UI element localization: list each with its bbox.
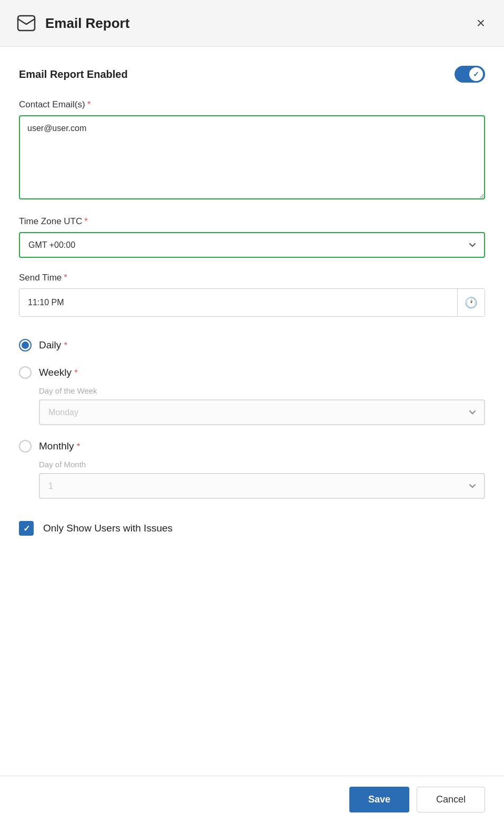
email-icon: [15, 12, 38, 35]
day-of-month-label: Day of Month: [39, 460, 485, 469]
monthly-radio[interactable]: [19, 440, 32, 453]
toggle-knob: ✓: [469, 67, 483, 81]
cancel-button[interactable]: Cancel: [417, 787, 485, 812]
modal-footer: Save Cancel: [0, 776, 504, 823]
only-show-issues-checkbox[interactable]: ✓: [19, 521, 34, 536]
daily-radio-item: Daily *: [19, 332, 485, 359]
enabled-label: Email Report Enabled: [19, 68, 128, 81]
day-of-month-select[interactable]: 1: [39, 473, 485, 499]
email-report-modal: Email Report × Email Report Enabled ✓ Co…: [0, 0, 504, 823]
daily-radio[interactable]: [19, 339, 32, 352]
monthly-radio-item: Monthly *: [19, 433, 485, 460]
required-star-weekly: *: [74, 368, 78, 378]
required-star-email: *: [87, 99, 91, 110]
required-star-timezone: *: [84, 216, 88, 227]
weekly-radio[interactable]: [19, 366, 32, 379]
only-show-issues-label: Only Show Users with Issues: [43, 523, 173, 534]
close-button[interactable]: ×: [472, 14, 489, 33]
weekly-radio-item: Weekly *: [19, 359, 485, 386]
required-star-daily: *: [64, 340, 68, 350]
toggle-check-icon: ✓: [473, 70, 479, 78]
daily-radio-dot: [22, 342, 29, 349]
modal-header: Email Report ×: [0, 0, 504, 47]
checkbox-check-icon: ✓: [23, 524, 30, 534]
contact-email-input[interactable]: user@user.com: [19, 115, 485, 199]
required-star-time: *: [64, 273, 67, 283]
day-of-week-group: Day of the Week Monday: [39, 386, 485, 425]
time-picker-button[interactable]: 🕐: [457, 289, 485, 316]
enabled-row: Email Report Enabled ✓: [19, 66, 485, 83]
required-star-monthly: *: [77, 441, 80, 451]
contact-email-label: Contact Email(s) *: [19, 99, 485, 110]
send-time-group: Send Time * 🕐: [19, 273, 485, 317]
modal-body: Email Report Enabled ✓ Contact Email(s) …: [0, 47, 504, 776]
day-of-month-group: Day of Month 1: [39, 460, 485, 499]
timezone-group: Time Zone UTC * GMT +00:00: [19, 216, 485, 258]
day-of-week-select[interactable]: Monday: [39, 399, 485, 425]
daily-label: Daily *: [39, 339, 67, 351]
only-show-issues-row: ✓ Only Show Users with Issues: [19, 521, 485, 536]
frequency-group: Daily * Weekly * Day of the Week Monday: [19, 332, 485, 506]
timezone-select[interactable]: GMT +00:00: [19, 232, 485, 258]
contact-email-group: Contact Email(s) * user@user.com: [19, 99, 485, 202]
monthly-label: Monthly *: [39, 440, 80, 452]
send-time-label: Send Time *: [19, 273, 485, 283]
timezone-label: Time Zone UTC *: [19, 216, 485, 227]
day-of-week-label: Day of the Week: [39, 386, 485, 395]
modal-title: Email Report: [45, 15, 472, 32]
send-time-input[interactable]: [19, 290, 457, 315]
save-button[interactable]: Save: [349, 787, 409, 812]
send-time-wrapper: 🕐: [19, 288, 485, 317]
weekly-label: Weekly *: [39, 367, 78, 378]
enabled-toggle[interactable]: ✓: [455, 66, 485, 83]
